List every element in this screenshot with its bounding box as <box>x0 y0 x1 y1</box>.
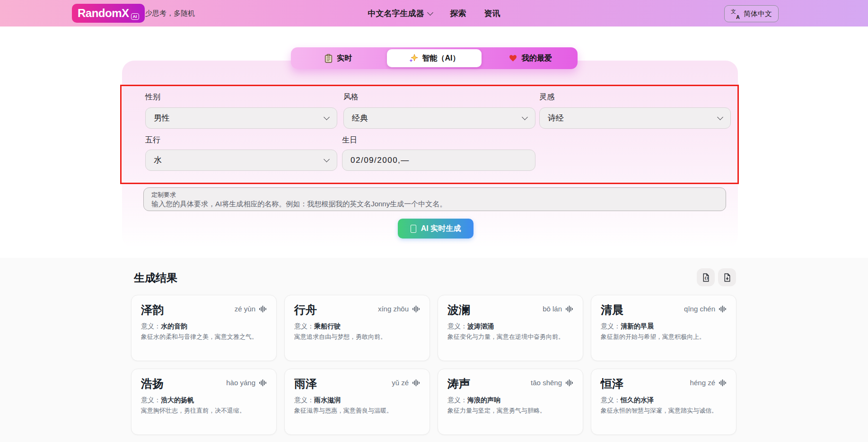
meaning-text: 水的音韵 <box>161 322 187 330</box>
pinyin-text: qīng chén <box>684 305 715 313</box>
description-text: 象征永恒的智慧与深邃，寓意踏实与诚信。 <box>601 407 727 415</box>
gender-select[interactable]: 男性 <box>145 107 337 129</box>
meaning-label: 意义： <box>447 322 467 330</box>
name-card: 浩扬 hào yáng 意义：浩大的扬帆 寓意胸怀壮志，勇往直前，决不退缩。 <box>131 369 277 435</box>
name-text: 恒泽 <box>601 377 623 391</box>
waveform-icon[interactable] <box>565 305 573 313</box>
nav-item-explore[interactable]: 探索 <box>450 8 466 19</box>
name-text: 雨泽 <box>294 377 317 391</box>
pinyin-text: tāo shēng <box>531 379 562 387</box>
meaning-text: 海浪的声响 <box>467 396 500 404</box>
waveform-icon[interactable] <box>259 379 267 387</box>
name-card: 恒泽 héng zé 意义：恒久的水泽 象征永恒的智慧与深邃，寓意踏实与诚信。 <box>591 369 736 435</box>
meaning-label: 意义： <box>601 396 621 404</box>
nav-item-name-generator[interactable]: 中文名字生成器 <box>368 8 432 19</box>
description-text: 象征滋养与恩惠，寓意善良与温暖。 <box>294 407 420 415</box>
chevron-down-icon <box>717 114 723 120</box>
file-download-icon <box>723 273 732 282</box>
pinyin-text: hào yáng <box>226 379 255 387</box>
custom-request-label: 定制要求 <box>151 191 718 199</box>
export-json-button[interactable]: {) <box>697 268 715 286</box>
clipboard-icon <box>324 54 333 63</box>
custom-request-placeholder: 输入您的具体要求，AI将生成相应的名称。例如：我想根据我的英文名Jonny生成一… <box>151 199 718 209</box>
meaning-label: 意义： <box>447 396 467 404</box>
custom-request-textarea[interactable]: 定制要求 输入您的具体要求，AI将生成相应的名称。例如：我想根据我的英文名Jon… <box>143 187 726 211</box>
description-text: 象征水的柔和与音律之美，寓意文雅之气。 <box>141 333 267 341</box>
waveform-icon[interactable] <box>412 305 420 313</box>
tab-realtime[interactable]: 实时 <box>291 47 386 69</box>
name-card: 清晨 qīng chén 意义：清新的早晨 象征新的开始与希望，寓意积极向上。 <box>591 295 736 361</box>
header: RandomX AI 少思考，多随机 中文名字生成器 探索 资讯 文A 简体中文 <box>0 0 868 27</box>
pinyin-text: yǔ zé <box>392 379 409 387</box>
meaning-text: 乘船行驶 <box>314 322 341 330</box>
gender-label: 性别 <box>145 92 160 102</box>
name-card: 波澜 bō lán 意义：波涛汹涌 象征变化与力量，寓意在逆境中奋勇向前。 <box>438 295 583 361</box>
name-text: 浩扬 <box>141 377 164 391</box>
chevron-down-icon <box>324 156 330 162</box>
meaning-label: 意义： <box>141 396 161 404</box>
meaning-label: 意义： <box>141 322 161 330</box>
meaning-text: 浩大的扬帆 <box>161 396 194 404</box>
meaning-text: 清新的早晨 <box>621 322 654 330</box>
sparkles-icon <box>409 53 418 63</box>
name-text: 泽韵 <box>141 303 164 317</box>
waveform-icon[interactable] <box>259 305 267 313</box>
missing-glyph-icon <box>411 225 416 233</box>
pinyin-text: héng zé <box>690 379 715 387</box>
meaning-text: 波涛汹涌 <box>467 322 494 330</box>
name-card: 泽韵 zé yùn 意义：水的音韵 象征水的柔和与音律之美，寓意文雅之气。 <box>131 295 277 361</box>
name-card: 行舟 xíng zhōu 意义：乘船行驶 寓意追求自由与梦想，勇敢向前。 <box>284 295 430 361</box>
meaning-label: 意义： <box>601 322 621 330</box>
birthday-label: 生日 <box>342 135 357 145</box>
waveform-icon[interactable] <box>719 305 727 313</box>
name-card: 涛声 tāo shēng 意义：海浪的声响 象征力量与坚定，寓意勇气与胆略。 <box>438 369 583 435</box>
nav-item-news[interactable]: 资讯 <box>484 8 500 19</box>
logo-text: RandomX <box>78 4 129 23</box>
file-code-icon: {) <box>701 273 710 282</box>
chevron-down-icon <box>522 114 528 120</box>
svg-text:{): {) <box>704 276 708 280</box>
style-label: 风格 <box>343 92 359 102</box>
waveform-icon[interactable] <box>719 379 727 387</box>
chevron-down-icon <box>324 114 330 120</box>
inspiration-label: 灵感 <box>539 92 554 102</box>
wuxing-label: 五行 <box>145 135 160 145</box>
heart-icon <box>509 54 517 62</box>
language-button[interactable]: 文A 简体中文 <box>724 5 779 22</box>
style-select[interactable]: 经典 <box>343 107 535 129</box>
results-grid: 泽韵 zé yùn 意义：水的音韵 象征水的柔和与音律之美，寓意文雅之气。 行舟… <box>131 295 736 435</box>
meaning-text: 雨水滋润 <box>314 396 341 404</box>
name-text: 波澜 <box>447 303 470 317</box>
results-title: 生成结果 <box>134 271 177 285</box>
ai-generate-button[interactable]: AI 实时生成 <box>398 219 473 239</box>
birthday-input[interactable]: 02/09/2000,— <box>342 150 535 171</box>
pinyin-text: zé yùn <box>235 305 255 313</box>
tagline: 少思考，多随机 <box>145 0 195 27</box>
pinyin-text: xíng zhōu <box>378 305 409 313</box>
meaning-text: 恒久的水泽 <box>621 396 654 404</box>
tab-smart-ai[interactable]: 智能（AI） <box>387 49 482 67</box>
meaning-label: 意义： <box>294 396 314 404</box>
download-button[interactable] <box>718 268 736 286</box>
logo[interactable]: RandomX AI <box>72 4 145 23</box>
description-text: 寓意追求自由与梦想，勇敢向前。 <box>294 333 420 341</box>
waveform-icon[interactable] <box>412 379 420 387</box>
description-text: 寓意胸怀壮志，勇往直前，决不退缩。 <box>141 407 267 415</box>
tab-bar: 实时 智能（AI） 我的最爱 <box>291 47 578 69</box>
main-nav: 中文名字生成器 探索 资讯 <box>368 0 500 27</box>
name-text: 清晨 <box>601 303 623 317</box>
meaning-label: 意义： <box>294 322 314 330</box>
name-card: 雨泽 yǔ zé 意义：雨水滋润 象征滋养与恩惠，寓意善良与温暖。 <box>284 369 430 435</box>
logo-ai-badge: AI <box>131 13 139 20</box>
name-text: 行舟 <box>294 303 317 317</box>
pinyin-text: bō lán <box>543 305 562 313</box>
description-text: 象征新的开始与希望，寓意积极向上。 <box>601 333 727 341</box>
tab-favorites[interactable]: 我的最爱 <box>482 47 578 69</box>
description-text: 象征变化与力量，寓意在逆境中奋勇向前。 <box>447 333 573 341</box>
inspiration-select[interactable]: 诗经 <box>539 107 731 129</box>
waveform-icon[interactable] <box>565 379 573 387</box>
chevron-down-icon <box>427 9 433 16</box>
page: RandomX AI 少思考，多随机 中文名字生成器 探索 资讯 文A 简体中文 <box>0 0 868 442</box>
wuxing-select[interactable]: 水 <box>145 150 337 171</box>
name-text: 涛声 <box>447 377 470 391</box>
